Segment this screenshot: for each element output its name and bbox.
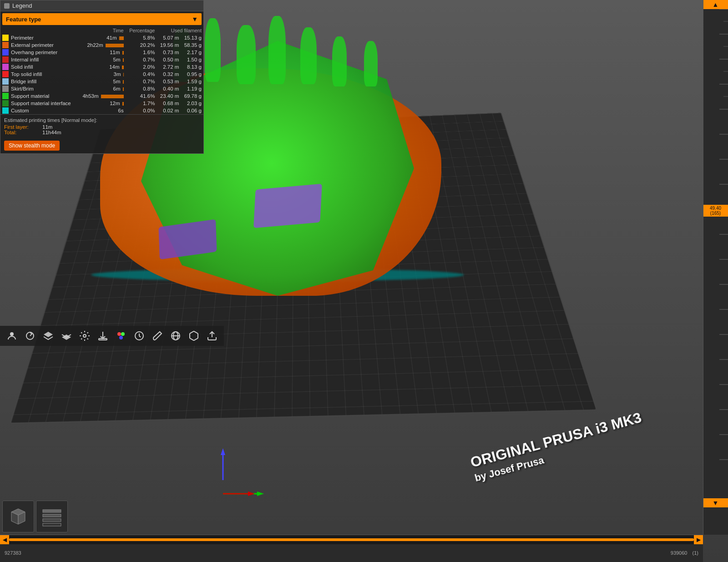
feature-name-8: Support material — [11, 93, 49, 99]
toolbar-layers-down-btn[interactable] — [58, 328, 75, 344]
toolbar-layers-up-btn[interactable] — [40, 328, 56, 344]
legend-row-0: Perimeter 41m 5.8%5.07 m15.13 g — [0, 34, 203, 41]
model-support-col-2 — [205, 18, 221, 82]
dropdown-arrow: ▼ — [192, 15, 198, 23]
coord-left: 927383 — [5, 550, 21, 556]
scroll-right-arrow[interactable]: ▶ — [694, 535, 703, 544]
total-value: 11h44m — [42, 130, 61, 135]
legend-table: Time Percentage Used filament Perimeter … — [0, 27, 203, 114]
svg-rect-9 — [99, 339, 107, 340]
feature-weight-4: 8.13 g — [181, 63, 203, 71]
feature-time-5: 3m — [78, 71, 126, 78]
feature-weight-1: 58.35 g — [181, 41, 203, 49]
col-filament: Used filament — [157, 27, 203, 34]
legend-header: Legend — [0, 0, 203, 11]
feature-type-dropdown[interactable]: Feature type ▼ — [2, 13, 202, 25]
legend-row-4: Solid infill 14m 2.0%2.72 m8.13 g — [0, 63, 203, 71]
color-swatch-0 — [2, 35, 9, 41]
feature-pct-4: 2.0% — [126, 63, 157, 71]
feature-length-6: 0.53 m — [157, 78, 181, 85]
feature-pct-0: 5.8% — [126, 34, 157, 41]
feature-name-cell-9: Support material interface — [0, 100, 78, 107]
feature-length-9: 0.68 m — [157, 100, 181, 107]
layer-view-button[interactable] — [36, 501, 68, 532]
feature-weight-9: 2.03 g — [181, 100, 203, 107]
toolbar-person-btn[interactable] — [4, 328, 20, 344]
svg-rect-44 — [43, 523, 61, 526]
feature-pct-8: 41.6% — [126, 92, 157, 100]
feature-pct-3: 0.7% — [126, 56, 157, 63]
legend-row-5: Top solid infill 3m 0.4%0.32 m0.95 g — [0, 71, 203, 78]
legend-title: Legend — [12, 2, 32, 9]
bottom-status: 927383 939060 (1) — [0, 544, 703, 562]
time-bar-0 — [119, 36, 124, 40]
3d-view-button[interactable] — [2, 501, 34, 532]
feature-weight-6: 1.59 g — [181, 78, 203, 85]
feature-name-4: Solid infill — [11, 64, 33, 70]
ruler-current-handle[interactable]: 49.40 (165) — [703, 205, 728, 217]
color-swatch-5 — [2, 71, 9, 77]
ruler-top-arrow[interactable]: ▲ — [703, 0, 728, 9]
scroll-left-arrow[interactable]: ◀ — [0, 535, 9, 544]
feature-time-3: 5m — [78, 56, 126, 63]
col-time: Time — [78, 27, 126, 34]
time-bar-9 — [122, 102, 124, 106]
scroll-thumb[interactable] — [9, 538, 694, 541]
feature-name-0: Perimeter — [11, 35, 34, 41]
feature-name-9: Support material interface — [11, 101, 71, 106]
feature-name-cell-4: Solid infill — [0, 63, 78, 71]
estimated-times-title: Estimated printing times [Normal mode]: — [4, 117, 200, 123]
time-bar-8 — [101, 95, 124, 98]
svg-point-11 — [121, 332, 125, 336]
legend-icon — [4, 3, 10, 9]
toolbar-time-btn[interactable] — [131, 328, 147, 344]
toolbar-rotate-btn[interactable] — [22, 328, 38, 344]
toolbar-sphere-btn[interactable] — [167, 328, 184, 344]
feature-time-6: 5m — [78, 78, 126, 85]
ruler-bottom-arrow[interactable]: ▼ — [703, 498, 728, 507]
svg-rect-41 — [43, 510, 61, 512]
time-bar-4 — [122, 66, 124, 69]
feature-name-10: Custom — [11, 108, 29, 113]
scroll-track[interactable] — [9, 538, 694, 541]
color-swatch-8 — [2, 93, 9, 99]
legend-row-6: Bridge infill 5m 0.7%0.53 m1.59 g — [0, 78, 203, 85]
stealth-mode-button[interactable]: Show stealth mode — [4, 141, 60, 151]
feature-length-0: 5.07 m — [157, 34, 181, 41]
feature-name-6: Bridge infill — [11, 79, 36, 84]
toolbar-paint-btn[interactable] — [149, 328, 166, 344]
feature-time-2: 11m — [78, 49, 126, 56]
horizontal-scrollbar[interactable]: ◀ ▶ — [0, 535, 703, 544]
time-bar-3 — [123, 58, 124, 62]
right-ruler: ▲ 89.00 84.80 80.00 74.90 69.80 65.00 59… — [703, 0, 728, 535]
color-swatch-4 — [2, 64, 9, 70]
feature-name-5: Top solid infill — [11, 71, 42, 77]
toolbar-settings-btn[interactable] — [76, 328, 93, 344]
color-swatch-10 — [2, 107, 9, 114]
toolbar-cube-btn[interactable] — [186, 328, 202, 344]
toolbar-export-btn[interactable] — [204, 328, 220, 344]
feature-weight-3: 1.50 g — [181, 56, 203, 63]
toolbar-color-btn[interactable] — [113, 328, 129, 344]
feature-name-cell-3: Internal infill — [0, 56, 78, 63]
svg-point-8 — [83, 334, 86, 337]
feature-time-4: 14m — [78, 63, 126, 71]
model-infill-patch-1 — [253, 184, 322, 228]
feature-name-cell-1: External perimeter — [0, 41, 78, 49]
legend-row-7: Skirt/Brim 6m 0.8%0.40 m1.19 g — [0, 85, 203, 92]
feature-time-0: 41m — [78, 34, 126, 41]
toolbar-download-btn[interactable] — [95, 328, 111, 344]
feature-pct-5: 0.4% — [126, 71, 157, 78]
feature-weight-10: 0.06 g — [181, 107, 203, 114]
model-support-col-7 — [364, 41, 378, 86]
feature-time-1: 2h22m — [78, 41, 126, 49]
feature-name-cell-8: Support material — [0, 92, 78, 100]
feature-name-2: Overhang perimeter — [11, 50, 57, 55]
feature-pct-7: 0.8% — [126, 85, 157, 92]
feature-weight-2: 2.17 g — [181, 49, 203, 56]
feature-time-8: 4h53m — [78, 92, 126, 100]
feature-length-3: 0.50 m — [157, 56, 181, 63]
legend-panel: Legend Feature type ▼ Time Percentage Us… — [0, 0, 204, 154]
color-swatch-1 — [2, 42, 9, 48]
feature-length-5: 0.32 m — [157, 71, 181, 78]
